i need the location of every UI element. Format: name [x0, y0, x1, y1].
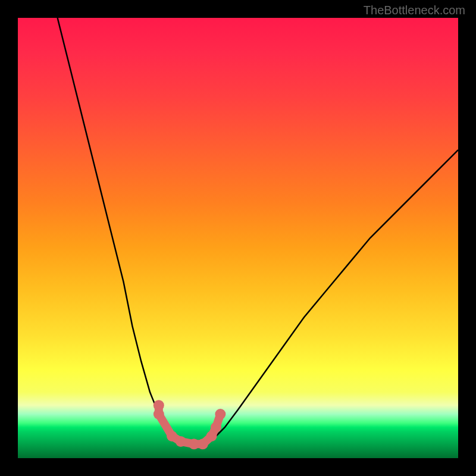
chart-svg: [18, 18, 458, 458]
data-marker: [176, 436, 186, 447]
data-marker: [211, 422, 221, 433]
right-curve-line: [203, 150, 458, 444]
data-marker: [215, 409, 226, 419]
data-marker: [198, 439, 208, 449]
data-marker: [154, 409, 164, 419]
chart-plot-area: [18, 18, 458, 458]
left-curve-line: [58, 18, 186, 444]
data-markers: [154, 400, 226, 449]
watermark-text: TheBottleneck.com: [364, 4, 465, 17]
